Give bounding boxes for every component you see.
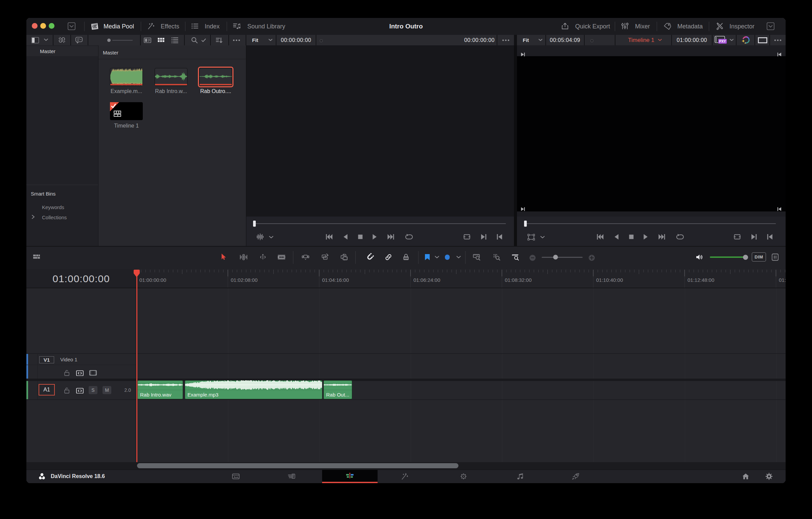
svg-text:PXY: PXY	[719, 40, 726, 43]
